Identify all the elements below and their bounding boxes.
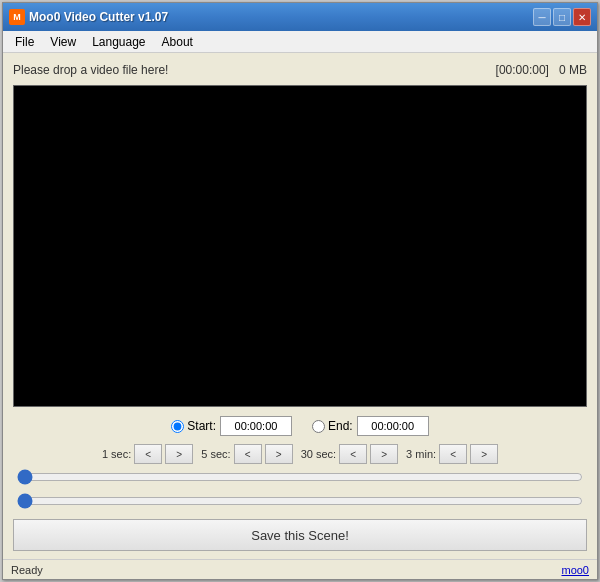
drop-message: Please drop a video file here! (13, 63, 168, 77)
maximize-button[interactable]: □ (553, 8, 571, 26)
end-label: End: (328, 419, 353, 433)
controls-area: Start: End: 1 sec: < > (13, 413, 587, 551)
end-time-input[interactable] (357, 416, 429, 436)
statusbar: Ready moo0 (3, 559, 597, 579)
seek-1sec: 1 sec: < > (102, 444, 193, 464)
app-window: M Moo0 Video Cutter v1.07 ─ □ ✕ File Vie… (2, 2, 598, 580)
menu-about[interactable]: About (154, 33, 201, 51)
range-slider-row (13, 493, 587, 512)
seek-5sec-label: 5 sec: (201, 448, 230, 460)
titlebar: M Moo0 Video Cutter v1.07 ─ □ ✕ (3, 3, 597, 31)
main-content: Please drop a video file here! [00:00:00… (3, 53, 597, 559)
end-radio[interactable] (312, 420, 325, 433)
filesize: 0 MB (559, 63, 587, 77)
start-end-row: Start: End: (13, 413, 587, 439)
save-button[interactable]: Save this Scene! (13, 519, 587, 551)
seek-3min: 3 min: < > (406, 444, 498, 464)
minimize-button[interactable]: ─ (533, 8, 551, 26)
seek-30sec-label: 30 sec: (301, 448, 336, 460)
start-group: Start: (171, 416, 292, 436)
seek-3min-forward[interactable]: > (470, 444, 498, 464)
app-icon: M (9, 9, 25, 25)
seek-30sec-forward[interactable]: > (370, 444, 398, 464)
close-button[interactable]: ✕ (573, 8, 591, 26)
position-slider[interactable] (17, 469, 583, 485)
file-info: [00:00:00] 0 MB (496, 63, 587, 77)
range-slider[interactable] (17, 493, 583, 509)
moo0-link[interactable]: moo0 (561, 564, 589, 576)
start-radio-label[interactable]: Start: (171, 419, 216, 433)
window-controls: ─ □ ✕ (533, 8, 591, 26)
seek-1sec-forward[interactable]: > (165, 444, 193, 464)
seek-3min-back[interactable]: < (439, 444, 467, 464)
start-label: Start: (187, 419, 216, 433)
seek-30sec: 30 sec: < > (301, 444, 398, 464)
start-time-input[interactable] (220, 416, 292, 436)
info-bar: Please drop a video file here! [00:00:00… (13, 61, 587, 79)
seek-row: 1 sec: < > 5 sec: < > 30 sec: < > 3 min:… (13, 444, 587, 464)
timestamp: [00:00:00] (496, 63, 549, 77)
start-radio[interactable] (171, 420, 184, 433)
menubar: File View Language About (3, 31, 597, 53)
seek-1sec-back[interactable]: < (134, 444, 162, 464)
seek-5sec-forward[interactable]: > (265, 444, 293, 464)
window-title: Moo0 Video Cutter v1.07 (29, 10, 168, 24)
menu-file[interactable]: File (7, 33, 42, 51)
video-display[interactable] (13, 85, 587, 407)
seek-5sec: 5 sec: < > (201, 444, 292, 464)
menu-language[interactable]: Language (84, 33, 153, 51)
end-radio-label[interactable]: End: (312, 419, 353, 433)
seek-30sec-back[interactable]: < (339, 444, 367, 464)
status-text: Ready (11, 564, 43, 576)
seek-5sec-back[interactable]: < (234, 444, 262, 464)
titlebar-left: M Moo0 Video Cutter v1.07 (9, 9, 168, 25)
menu-view[interactable]: View (42, 33, 84, 51)
seek-1sec-label: 1 sec: (102, 448, 131, 460)
end-group: End: (312, 416, 429, 436)
seek-3min-label: 3 min: (406, 448, 436, 460)
position-slider-row (13, 469, 587, 488)
